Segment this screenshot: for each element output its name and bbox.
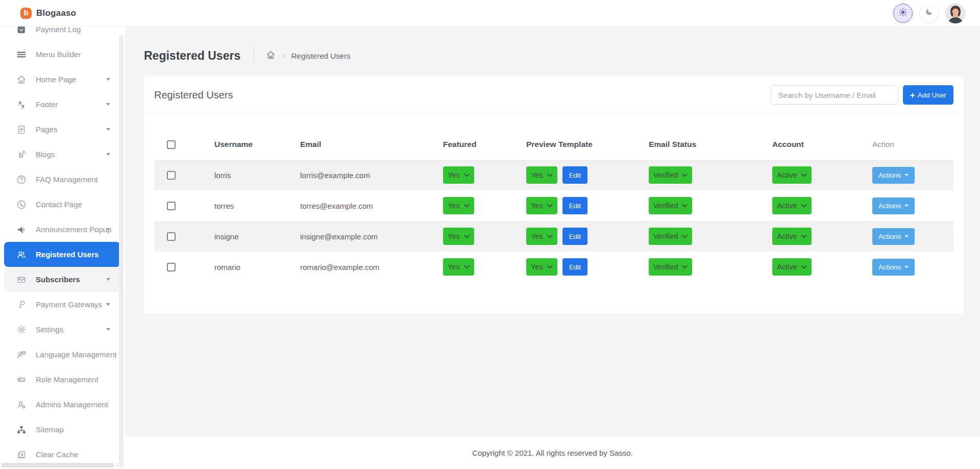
payment-log-icon (15, 27, 28, 36)
sidebar-item-contact-page[interactable]: Contact Page (4, 192, 120, 217)
table-body: lorris lorris@example.com Yes Yes Edit V… (154, 160, 953, 282)
sun-icon (897, 7, 909, 20)
sidebar-item-registered-users[interactable]: Registered Users (4, 242, 120, 267)
card-header-actions: + Add User (771, 85, 953, 105)
select-caret-icon (682, 265, 688, 269)
phone-icon (15, 199, 28, 211)
page-header: Registered Users › Registered Users (144, 43, 980, 68)
sidebar-item-menu-builder[interactable]: Menu Builder (4, 42, 120, 67)
chevron-down-icon (106, 128, 110, 131)
row-checkbox[interactable] (167, 171, 176, 180)
sidebar-item-label: Settings (36, 325, 63, 334)
blogger-icon: b (20, 8, 32, 19)
sidebar-item-label: Footer (36, 100, 58, 109)
preview-template-select[interactable]: Yes (526, 228, 557, 245)
actions-dropdown-button[interactable]: Actions (872, 167, 915, 184)
sidebar-item-faq-management[interactable]: FAQ Management (4, 167, 120, 192)
breadcrumb-current: Registered Users (291, 52, 351, 60)
row-checkbox[interactable] (167, 202, 176, 210)
edit-button[interactable]: Edit (562, 258, 587, 276)
sidebar-horizontal-scrollbar[interactable] (1, 463, 114, 467)
email-cell: torres@example.com (300, 202, 443, 210)
email-cell: lorris@example.com (300, 171, 443, 180)
select-caret-icon (682, 174, 688, 177)
username-cell: torres (214, 202, 300, 210)
chevron-down-icon (904, 235, 909, 237)
sidebar-item-payment-log[interactable]: Payment Log (4, 27, 120, 42)
preview-template-select[interactable]: Yes (526, 166, 557, 184)
sidebar-item-subscribers[interactable]: Subscribers (4, 267, 120, 292)
breadcrumb-home-link[interactable] (265, 50, 276, 62)
actions-dropdown-button[interactable]: Actions (872, 198, 915, 214)
account-select[interactable]: Active (772, 258, 812, 276)
sidebar-item-announcement-popup[interactable]: Announcement Popup (4, 217, 120, 242)
email-cell: insigne@example.com (300, 232, 443, 241)
chevron-down-icon (106, 153, 110, 156)
select-caret-icon (801, 174, 807, 177)
sidebar-item-role-management[interactable]: Role Management (4, 367, 120, 392)
preview-template-select[interactable]: Yes (526, 258, 557, 276)
account-select[interactable]: Active (772, 166, 812, 184)
sidebar-item-settings[interactable]: Settings (4, 317, 120, 342)
actions-dropdown-button[interactable]: Actions (872, 228, 915, 245)
sidebar-item-label: Clear Cache (36, 450, 78, 459)
sidebar-item-label: Contact Page (36, 200, 82, 209)
sidebar-item-language-management[interactable]: Language Management (4, 342, 120, 367)
user-avatar[interactable] (945, 3, 966, 23)
sidebar-item-label: Announcement Popup (36, 225, 111, 234)
chevron-down-icon (106, 228, 110, 231)
search-input[interactable] (771, 85, 898, 105)
edit-button[interactable]: Edit (562, 166, 587, 184)
sidebar-item-sitemap[interactable]: Sitemap (4, 417, 120, 442)
sidebar-item-label: Payment Gateways (36, 300, 102, 309)
email-status-select[interactable]: Verified (649, 228, 692, 245)
sidebar-item-payment-gateways[interactable]: Payment Gateways (4, 292, 120, 317)
light-theme-button[interactable] (893, 4, 913, 23)
select-caret-icon (464, 174, 470, 177)
email-status-select[interactable]: Verified (649, 197, 692, 214)
col-header-preview-template: Preview Template (526, 140, 649, 149)
admin-icon (15, 399, 28, 411)
sidebar-item-footer[interactable]: Footer (4, 92, 120, 117)
actions-dropdown-button[interactable]: Actions (872, 259, 915, 276)
add-user-button[interactable]: + Add User (903, 85, 953, 105)
email-status-select[interactable]: Verified (649, 258, 692, 276)
preview-template-select[interactable]: Yes (526, 197, 557, 214)
account-select[interactable]: Active (772, 197, 812, 214)
edit-button[interactable]: Edit (562, 228, 587, 245)
select-all-checkbox[interactable] (167, 140, 176, 149)
card-divider (144, 113, 964, 114)
sidebar-item-blogs[interactable]: b Blogs (4, 142, 120, 167)
sitemap-icon (15, 424, 28, 436)
dark-theme-button[interactable] (919, 4, 939, 23)
sidebar-item-label: FAQ Management (36, 175, 98, 184)
page-title: Registered Users (144, 49, 240, 63)
breadcrumb-separator: › (282, 51, 285, 60)
featured-select[interactable]: Yes (443, 197, 474, 214)
add-user-label: Add User (918, 91, 946, 99)
sidebar-item-home-page[interactable]: Home Page (4, 67, 120, 92)
sidebar-vertical-scrollbar[interactable] (119, 35, 124, 462)
topbar-actions (893, 3, 966, 23)
row-checkbox[interactable] (167, 232, 176, 241)
select-caret-icon (464, 204, 470, 208)
sidebar-item-pages[interactable]: Pages (4, 117, 120, 142)
sidebar-item-admins-management[interactable]: Admins Management (4, 392, 120, 417)
email-status-select[interactable]: Verified (649, 166, 692, 184)
account-select[interactable]: Active (772, 228, 812, 245)
mail-icon (15, 274, 28, 286)
top-bar: b Blogaaso (0, 0, 980, 27)
plus-icon: + (910, 91, 915, 100)
featured-select[interactable]: Yes (443, 228, 474, 245)
select-caret-icon (801, 265, 807, 269)
edit-button[interactable]: Edit (562, 197, 587, 214)
brand-logo[interactable]: b Blogaaso (20, 8, 76, 19)
featured-select[interactable]: Yes (443, 166, 474, 184)
svg-text:b: b (19, 151, 23, 159)
row-checkbox[interactable] (167, 263, 176, 271)
sidebar-item-label: Payment Log (36, 27, 81, 34)
featured-select[interactable]: Yes (443, 258, 474, 276)
chevron-down-icon (904, 266, 909, 268)
select-caret-icon (547, 235, 553, 238)
col-header-email: Email (300, 140, 443, 149)
